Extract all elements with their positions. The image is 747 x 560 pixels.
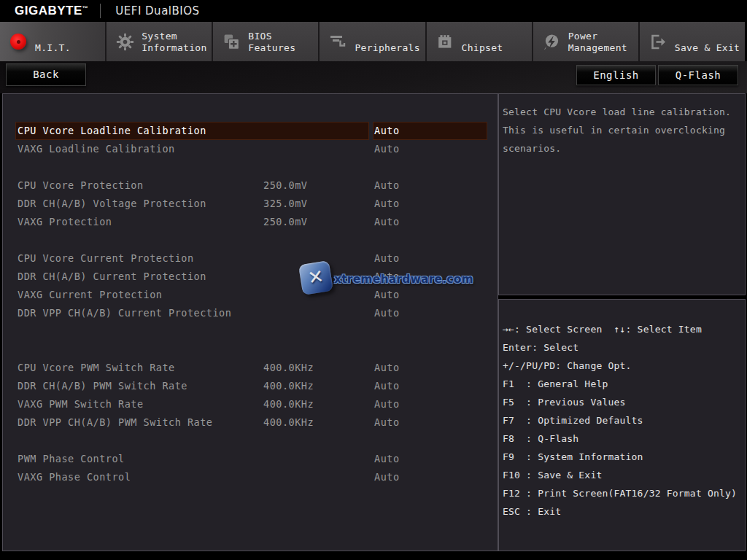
setting-row[interactable]: CPU Vcore Protection 250.0mV Auto: [3, 176, 498, 195]
help-text-line: This is useful in certain overclocking: [503, 121, 742, 139]
key-legend-line: F10 : Save & Exit: [503, 466, 743, 484]
tab-bios-features[interactable]: BIOS Features: [213, 22, 320, 61]
setting-row[interactable]: CPU Vcore PWM Switch Rate 400.0KHz Auto: [3, 359, 498, 377]
tab-label: Peripherals: [355, 29, 425, 54]
tab-save-exit[interactable]: Save & Exit: [640, 22, 745, 61]
qflash-button[interactable]: Q-Flash: [658, 65, 738, 85]
help-text-line: scenarios.: [503, 139, 742, 158]
setting-row[interactable]: VAXG Phase Control Auto: [3, 468, 498, 486]
header-divider: [100, 4, 101, 18]
tab-mit[interactable]: M.I.T.: [0, 22, 107, 61]
setting-current-value: 400.0KHz: [263, 413, 314, 432]
chipset-icon: [436, 32, 454, 51]
gear-icon: [115, 32, 134, 51]
setting-row[interactable]: DDR CH(A/B) Current Protection Auto: [3, 268, 498, 286]
setting-current-value: 250.0mV: [263, 176, 307, 195]
setting-option-value: Auto: [374, 140, 400, 158]
setting-row[interactable]: DDR VPP CH(A/B) Current Protection Auto: [3, 304, 498, 322]
setting-option-value: Auto: [374, 286, 400, 304]
setting-row[interactable]: DDR CH(A/B) Voltage Protection 325.0mV A…: [3, 195, 498, 213]
key-legend-panel: →←: Select Screen ↑↓: Select Item Enter:…: [498, 299, 746, 551]
tab-bar: M.I.T. System Information: [0, 22, 745, 61]
setting-row[interactable]: CPU Vcore Current Protection Auto: [3, 249, 498, 268]
setting-option-value: Auto: [374, 450, 400, 468]
tab-label: Chipset: [462, 29, 532, 54]
toolbar: Back English Q-Flash: [0, 61, 747, 93]
setting-label: VAXG Protection: [18, 213, 112, 231]
setting-label: DDR CH(A/B) Current Protection: [18, 268, 206, 286]
key-legend-line: F5 : Previous Values: [503, 393, 743, 411]
back-button[interactable]: Back: [6, 63, 86, 86]
setting-row[interactable]: VAXG Protection 250.0mV Auto: [3, 213, 498, 231]
setting-row[interactable]: [3, 158, 498, 176]
setting-row[interactable]: [3, 341, 498, 359]
tab-peripherals[interactable]: Peripherals: [320, 22, 426, 61]
help-panel: Select CPU Vcore load line calibration. …: [498, 93, 746, 295]
settings-list: CPU Vcore Loadline Calibration Auto VAXG…: [2, 93, 498, 551]
setting-option-value: Auto: [374, 304, 400, 322]
setting-label: DDR CH(A/B) Voltage Protection: [18, 195, 206, 213]
bios-screen: GIGABYTE™ UEFI DualBIOS M.I.T.: [0, 0, 747, 560]
setting-current-value: 400.0KHz: [263, 359, 314, 377]
key-legend-line: F9 : System Information: [503, 448, 743, 466]
tab-label: Power Management: [568, 29, 638, 54]
setting-current-value: 325.0mV: [263, 195, 307, 213]
tab-label: System Information: [142, 29, 212, 54]
tab-chipset[interactable]: Chipset: [427, 22, 533, 61]
setting-row[interactable]: PWM Phase Control Auto: [3, 450, 498, 468]
setting-row[interactable]: [3, 231, 498, 249]
setting-label: VAXG Loadline Calibration: [18, 140, 175, 158]
tab-label: Save & Exit: [675, 29, 745, 54]
tab-label: BIOS Features: [248, 29, 318, 54]
power-icon: [542, 32, 561, 51]
setting-option-value: Auto: [374, 176, 400, 195]
tab-power-management[interactable]: Power Management: [533, 22, 640, 61]
key-legend-line: →←: Select Screen ↑↓: Select Item: [503, 320, 743, 338]
setting-label: VAXG Phase Control: [18, 468, 131, 486]
save-exit-icon: [649, 32, 667, 51]
setting-label: CPU Vcore PWM Switch Rate: [18, 359, 175, 377]
setting-option-value: Auto: [374, 468, 400, 486]
setting-option-value: Auto: [374, 377, 400, 395]
setting-option-value: Auto: [374, 195, 400, 213]
setting-label: CPU Vcore Current Protection: [18, 249, 194, 268]
setting-option-value: Auto: [374, 249, 400, 268]
setting-current-value: 250.0mV: [263, 213, 307, 231]
key-legend-line: F7 : Optimized Defaults: [503, 411, 743, 429]
setting-row[interactable]: CPU Vcore Loadline Calibration Auto: [3, 122, 498, 140]
key-legend-line: F8 : Q-Flash: [503, 429, 743, 448]
gigabyte-logo: GIGABYTE™: [15, 4, 88, 18]
setting-row[interactable]: [3, 322, 498, 341]
mit-icon: [9, 32, 28, 51]
setting-label: VAXG PWM Switch Rate: [18, 395, 144, 413]
setting-row[interactable]: VAXG PWM Switch Rate 400.0KHz Auto: [3, 395, 498, 413]
help-text-line: Select CPU Vcore load line calibration.: [503, 103, 742, 121]
setting-current-value: 400.0KHz: [263, 377, 314, 395]
setting-label: CPU Vcore Loadline Calibration: [18, 122, 206, 140]
key-legend-line: F1 : General Help: [503, 375, 743, 393]
setting-option-value: Auto: [374, 413, 400, 432]
setting-row[interactable]: VAXG Current Protection Auto: [3, 286, 498, 304]
setting-label: PWM Phase Control: [18, 450, 125, 468]
page-title: UEFI DualBIOS: [115, 4, 199, 18]
tab-system-information[interactable]: System Information: [107, 22, 213, 61]
setting-row[interactable]: DDR CH(A/B) PWM Switch Rate 400.0KHz Aut…: [3, 377, 498, 395]
setting-label: DDR CH(A/B) PWM Switch Rate: [18, 377, 187, 395]
peripherals-icon: [328, 32, 347, 51]
language-button[interactable]: English: [576, 65, 656, 85]
key-legend-line: F12 : Print Screen(FAT16/32 Format Only): [503, 484, 743, 502]
setting-row[interactable]: [3, 432, 498, 450]
key-legend-line: ESC : Exit: [503, 502, 743, 521]
key-legend-line: Enter: Select: [503, 338, 743, 357]
setting-option-value: Auto: [374, 359, 400, 377]
setting-option-value: Auto: [374, 213, 400, 231]
setting-row[interactable]: VAXG Loadline Calibration Auto: [3, 140, 498, 158]
setting-label: DDR VPP CH(A/B) Current Protection: [18, 304, 231, 322]
setting-row[interactable]: DDR VPP CH(A/B) PWM Switch Rate 400.0KHz…: [3, 413, 498, 432]
setting-option-value: Auto: [374, 122, 400, 140]
setting-label: CPU Vcore Protection: [18, 176, 144, 195]
setting-current-value: 400.0KHz: [263, 395, 314, 413]
setting-option-value: Auto: [374, 395, 400, 413]
setting-label: DDR VPP CH(A/B) PWM Switch Rate: [18, 413, 212, 432]
setting-option-value: Auto: [374, 268, 400, 286]
